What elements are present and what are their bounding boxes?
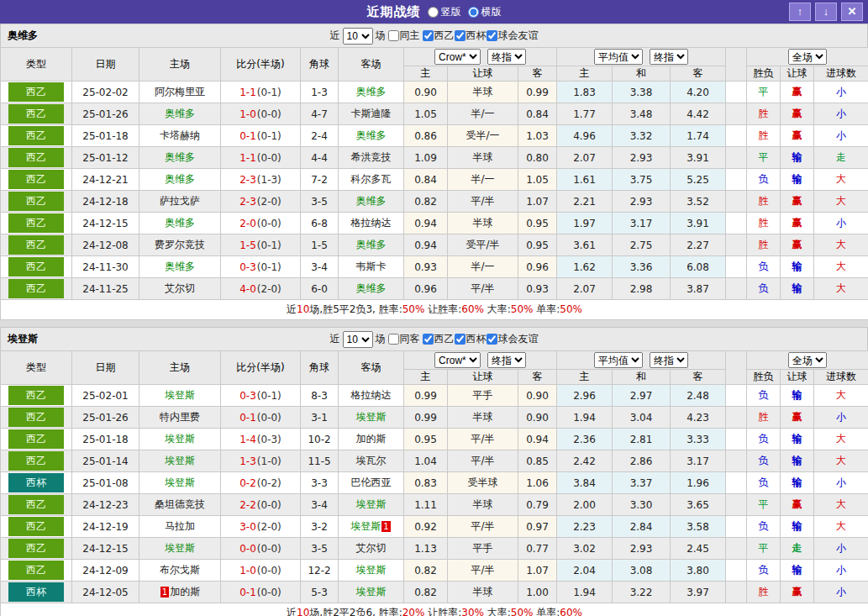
move-up-button[interactable]: ↑ — [789, 3, 811, 21]
avg-odds-cell: 3.38 — [613, 82, 671, 103]
section-divider — [0, 320, 868, 327]
league-filter-checkbox[interactable] — [423, 30, 434, 41]
odds-company-select[interactable]: Crow* — [434, 49, 481, 65]
away-team-cell: 奥维多 — [339, 278, 404, 300]
handicap-result-cell: 输 — [781, 516, 814, 538]
league-filter-checkbox[interactable] — [487, 334, 497, 345]
match-row: 西杯25-01-08埃登斯0-2(0-2)3-3巴伦西亚0.83受半球1.063… — [1, 472, 868, 494]
games-label: 场 — [376, 332, 386, 346]
handicap-result-cell: 输 — [781, 169, 814, 191]
handicap-result-cell: 输 — [781, 472, 814, 494]
full-match-select[interactable]: 全场 — [788, 49, 827, 65]
spacer-col — [726, 351, 747, 385]
home-team-cell: 奥维多 — [139, 103, 221, 125]
league-filter-checkbox[interactable] — [423, 334, 434, 345]
col-date: 日期 — [72, 351, 139, 385]
same-venue-checkbox[interactable] — [388, 334, 399, 345]
goals-result-cell: 大 — [814, 450, 868, 472]
corners-cell: 3-5 — [301, 538, 339, 560]
avg-odds-cell: 1.96 — [671, 472, 726, 494]
crow-odds-cell: 0.85 — [518, 450, 557, 472]
league-filter[interactable]: 西杯 — [455, 332, 487, 346]
league-badge: 西乙 — [8, 126, 64, 145]
avg-time-select[interactable]: 终指 — [650, 49, 688, 65]
league-cell: 西杯 — [1, 472, 72, 494]
avg-odds-select[interactable]: 平均值 — [594, 49, 643, 65]
avg-time-select[interactable]: 终指 — [650, 352, 688, 368]
match-count-select[interactable]: 10 — [343, 331, 373, 348]
league-cell: 西乙 — [1, 450, 72, 472]
league-filter-checkbox[interactable] — [455, 30, 466, 41]
league-filter-checkbox[interactable] — [455, 334, 466, 345]
full-match-select[interactable]: 全场 — [788, 352, 827, 368]
corners-cell: 3-2 — [301, 516, 339, 538]
league-filter[interactable]: 球会友谊 — [487, 332, 539, 346]
result-cell: 负 — [747, 516, 781, 538]
layout-option-horizontal[interactable]: 横版 — [468, 5, 502, 19]
avg-odds-select[interactable]: 平均值 — [594, 352, 643, 368]
team-link: 阿尔梅里亚 — [155, 86, 205, 97]
league-cell: 西乙 — [1, 191, 72, 213]
crow-odds-cell: 半球 — [448, 147, 518, 169]
avg-odds-cell: 3.75 — [613, 169, 671, 191]
corners-cell: 3-4 — [301, 494, 339, 516]
spacer-cell — [726, 125, 747, 147]
games-label: 场 — [376, 29, 386, 43]
league-cell: 西乙 — [1, 560, 72, 582]
date-cell: 25-01-14 — [72, 450, 139, 472]
league-filter[interactable]: 西杯 — [455, 29, 487, 43]
col-away: 客场 — [339, 351, 404, 385]
league-cell: 西乙 — [1, 103, 72, 125]
avg-odds-cell: 3.33 — [671, 429, 726, 450]
match-row: 西乙25-01-18埃登斯1-4(0-3)10-2加的斯0.95平/半0.942… — [1, 429, 868, 450]
fulltime-score: 2-3 — [239, 196, 256, 208]
layout-option-vertical[interactable]: 竖版 — [428, 5, 461, 19]
goals-result-cell: 大 — [814, 429, 868, 450]
date-cell: 24-12-19 — [72, 516, 139, 538]
spacer-cell — [726, 234, 747, 256]
date-cell: 24-12-15 — [72, 538, 139, 560]
match-count-select[interactable]: 10 — [343, 28, 373, 45]
league-filter[interactable]: 西乙 — [423, 332, 455, 346]
goals-result-cell: 小 — [814, 560, 868, 582]
fulltime-score: 1-4 — [239, 434, 256, 445]
halftime-score: (0-0) — [257, 108, 281, 120]
goals-result-cell: 大 — [814, 256, 868, 278]
team-link: 韦斯卡 — [356, 261, 387, 272]
vertical-layout-radio[interactable] — [428, 7, 439, 18]
league-filter[interactable]: 西乙 — [423, 29, 455, 43]
odds-time-select[interactable]: 终指 — [487, 352, 526, 368]
league-badge: 西乙 — [8, 495, 64, 514]
away-team-cell: 巴伦西亚 — [339, 472, 404, 494]
close-button[interactable]: ✕ — [841, 3, 863, 21]
col-home: 主场 — [139, 48, 221, 82]
horizontal-layout-radio[interactable] — [468, 7, 479, 18]
red-card-badge: 1 — [381, 521, 390, 532]
handicap-result-cell: 走 — [781, 538, 814, 560]
league-badge: 西乙 — [8, 539, 64, 558]
same-venue-filter[interactable]: 同客 — [388, 332, 420, 346]
home-team-cell: 阿尔梅里亚 — [139, 82, 221, 103]
move-down-button[interactable]: ↓ — [815, 3, 837, 21]
same-venue-checkbox[interactable] — [388, 30, 399, 41]
col-avg-home: 主 — [557, 370, 613, 385]
crow-odds-cell: 0.93 — [404, 256, 448, 278]
date-cell: 24-12-18 — [72, 191, 139, 213]
crow-odds-cell: 受半球 — [448, 472, 518, 494]
same-venue-filter[interactable]: 同主 — [388, 29, 420, 43]
league-filter-checkbox[interactable] — [487, 30, 497, 41]
league-filter[interactable]: 球会友谊 — [487, 29, 539, 43]
crow-odds-cell: 1.00 — [518, 582, 557, 603]
odds-time-select[interactable]: 终指 — [487, 49, 526, 65]
match-row: 西乙24-11-30奥维多0-3(0-1)3-4韦斯卡0.93半/一0.961.… — [1, 256, 868, 278]
score-cell: 3-0(2-0) — [221, 516, 301, 538]
corners-cell: 12-2 — [301, 560, 339, 582]
fulltime-score: 0-1 — [239, 412, 256, 424]
score-cell: 2-3(1-3) — [221, 169, 301, 191]
crow-odds-cell: 1.04 — [404, 450, 448, 472]
away-team-cell: 埃登斯1 — [339, 516, 404, 538]
league-badge: 西乙 — [8, 257, 64, 276]
odds-company-select[interactable]: Crow* — [434, 352, 481, 368]
match-row: 西乙25-01-26特内里费0-1(0-0)3-1埃登斯0.99半球0.901.… — [1, 407, 868, 429]
crow-odds-cell: 平/半 — [448, 278, 518, 300]
